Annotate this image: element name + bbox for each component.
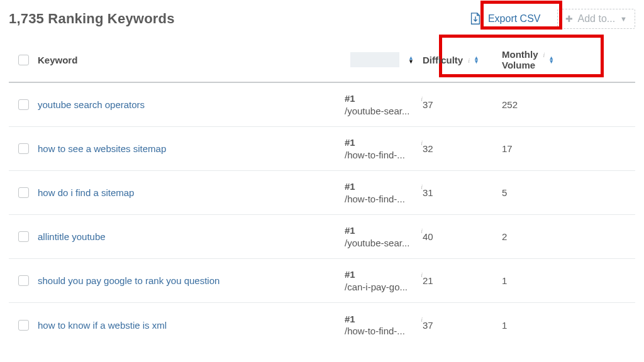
add-to-label: Add to...: [578, 13, 616, 25]
rank-value: #1: [345, 224, 414, 237]
rank-value: #1: [345, 268, 414, 281]
rank-value: #1: [345, 92, 414, 105]
export-icon: [469, 12, 482, 26]
row-checkbox[interactable]: [18, 320, 29, 331]
row-checkbox[interactable]: [18, 99, 29, 110]
rank-url: /can-i-pay-go...: [345, 281, 414, 293]
sort-difficulty-icon[interactable]: ▲▼: [474, 56, 479, 64]
rank-filter-placeholder[interactable]: [350, 52, 399, 67]
volume-value: 252: [502, 99, 518, 110]
row-checkbox[interactable]: [18, 143, 29, 154]
difficulty-value: 37: [423, 99, 433, 110]
page-title: 1,735 Ranking Keywords: [9, 11, 175, 27]
col-keyword[interactable]: Keyword: [38, 55, 77, 65]
volume-value: 1: [502, 275, 507, 286]
keyword-link[interactable]: allintitle youtube: [38, 231, 106, 242]
row-checkbox[interactable]: [18, 187, 29, 198]
sort-rank-icon[interactable]: ▲▼: [408, 56, 414, 64]
export-csv-button[interactable]: Export CSV: [463, 8, 547, 30]
difficulty-value: 32: [423, 143, 433, 154]
keyword-link[interactable]: how to see a websites sitemap: [38, 143, 166, 154]
volume-value: 1: [502, 320, 507, 331]
col-difficulty[interactable]: Difficulty: [423, 55, 463, 65]
rank-value: #1: [345, 180, 414, 193]
keyword-link[interactable]: should you pay google to rank you questi…: [38, 275, 219, 286]
rank-url: /how-to-find-...: [345, 149, 414, 162]
add-to-button[interactable]: ✚ Add to... ▼: [557, 9, 635, 29]
table-row: how to know if a webstie is xml#1/how-to…: [9, 303, 635, 347]
rank-value: #1: [345, 313, 414, 326]
rank-url: /how-to-find-...: [345, 325, 414, 337]
keyword-link[interactable]: how to know if a webstie is xml: [38, 320, 167, 331]
difficulty-value: 37: [423, 320, 433, 331]
table-row: allintitle youtube#1/youtube-sear...i402: [9, 215, 635, 259]
row-checkbox[interactable]: [18, 231, 29, 242]
table-row: youtube search operators#1/youtube-sear.…: [9, 83, 635, 127]
table-header: Keyword ▲▼ Difficulty i ▲▼ MonthlyVolume…: [9, 40, 635, 83]
sort-volume-icon[interactable]: ▲▼: [548, 56, 554, 64]
difficulty-value: 40: [423, 231, 433, 242]
keyword-link[interactable]: youtube search operators: [38, 99, 145, 110]
rank-url: /how-to-find-...: [345, 193, 414, 206]
caret-down-icon: ▼: [620, 15, 627, 23]
row-checkbox[interactable]: [18, 275, 29, 286]
plus-icon: ✚: [565, 14, 573, 23]
info-icon[interactable]: i: [468, 57, 470, 64]
export-csv-label: Export CSV: [488, 13, 541, 25]
table-body: youtube search operators#1/youtube-sear.…: [9, 83, 635, 347]
difficulty-value: 21: [423, 275, 433, 286]
volume-value: 17: [502, 143, 513, 154]
col-volume[interactable]: MonthlyVolume: [502, 49, 538, 71]
difficulty-value: 31: [423, 187, 433, 198]
rank-value: #1: [345, 136, 414, 149]
table-row: how to see a websites sitemap#1/how-to-f…: [9, 127, 635, 171]
table-row: should you pay google to rank you questi…: [9, 259, 635, 303]
rank-url: /youtube-sear...: [345, 105, 414, 118]
rank-url: /youtube-sear...: [345, 237, 414, 250]
select-all-checkbox[interactable]: [18, 55, 29, 65]
info-icon[interactable]: i: [543, 52, 545, 58]
volume-value: 2: [502, 231, 507, 242]
table-row: how do i find a sitemap#1/how-to-find-..…: [9, 171, 635, 215]
keyword-link[interactable]: how do i find a sitemap: [38, 187, 134, 198]
volume-value: 5: [502, 187, 507, 198]
